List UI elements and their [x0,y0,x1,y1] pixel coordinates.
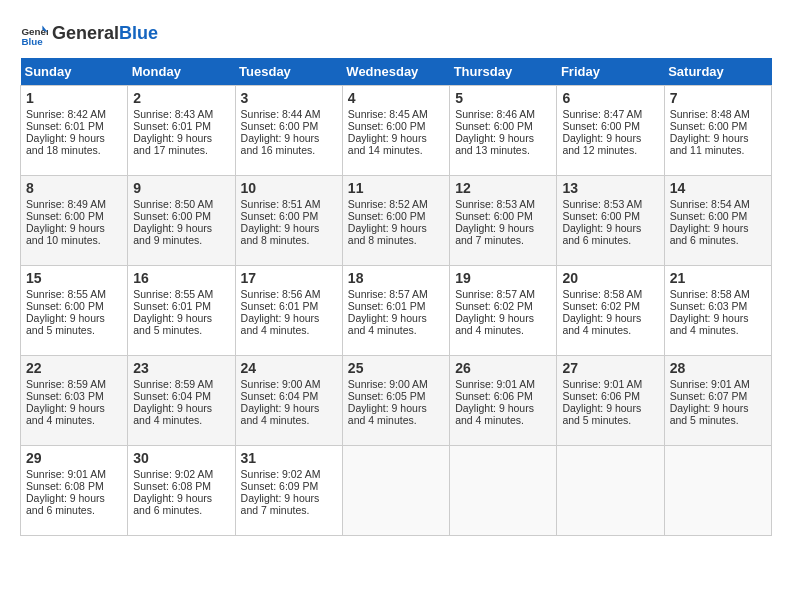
sunrise-label: Sunrise: 8:51 AM [241,198,321,210]
sunrise-label: Sunrise: 9:01 AM [455,378,535,390]
calendar-cell: 14 Sunrise: 8:54 AM Sunset: 6:00 PM Dayl… [664,176,771,266]
sunrise-label: Sunrise: 8:50 AM [133,198,213,210]
calendar-cell: 13 Sunrise: 8:53 AM Sunset: 6:00 PM Dayl… [557,176,664,266]
calendar-cell: 29 Sunrise: 9:01 AM Sunset: 6:08 PM Dayl… [21,446,128,536]
sunset-label: Sunset: 6:00 PM [455,120,533,132]
sunrise-label: Sunrise: 8:53 AM [562,198,642,210]
sunrise-label: Sunrise: 8:53 AM [455,198,535,210]
col-header-tuesday: Tuesday [235,58,342,86]
page-header: General Blue GeneralBlue [20,20,772,48]
daylight-label: Daylight: 9 hours and 4 minutes. [670,312,749,336]
daylight-label: Daylight: 9 hours and 7 minutes. [241,492,320,516]
sunset-label: Sunset: 6:00 PM [455,210,533,222]
daylight-label: Daylight: 9 hours and 4 minutes. [26,402,105,426]
day-number: 2 [133,90,229,106]
calendar-cell: 20 Sunrise: 8:58 AM Sunset: 6:02 PM Dayl… [557,266,664,356]
daylight-label: Daylight: 9 hours and 6 minutes. [670,222,749,246]
sunrise-label: Sunrise: 9:00 AM [348,378,428,390]
calendar-cell: 15 Sunrise: 8:55 AM Sunset: 6:00 PM Dayl… [21,266,128,356]
calendar-cell: 12 Sunrise: 8:53 AM Sunset: 6:00 PM Dayl… [450,176,557,266]
calendar-cell: 1 Sunrise: 8:42 AM Sunset: 6:01 PM Dayli… [21,86,128,176]
calendar-cell: 21 Sunrise: 8:58 AM Sunset: 6:03 PM Dayl… [664,266,771,356]
day-number: 6 [562,90,658,106]
day-number: 11 [348,180,444,196]
sunrise-label: Sunrise: 8:47 AM [562,108,642,120]
col-header-monday: Monday [128,58,235,86]
col-header-sunday: Sunday [21,58,128,86]
sunset-label: Sunset: 6:01 PM [241,300,319,312]
calendar-cell [450,446,557,536]
daylight-label: Daylight: 9 hours and 4 minutes. [562,312,641,336]
calendar-cell: 2 Sunrise: 8:43 AM Sunset: 6:01 PM Dayli… [128,86,235,176]
sunset-label: Sunset: 6:00 PM [670,210,748,222]
col-header-saturday: Saturday [664,58,771,86]
daylight-label: Daylight: 9 hours and 8 minutes. [348,222,427,246]
sunset-label: Sunset: 6:08 PM [26,480,104,492]
calendar-cell: 30 Sunrise: 9:02 AM Sunset: 6:08 PM Dayl… [128,446,235,536]
sunset-label: Sunset: 6:09 PM [241,480,319,492]
day-number: 21 [670,270,766,286]
day-number: 23 [133,360,229,376]
sunrise-label: Sunrise: 8:43 AM [133,108,213,120]
sunset-label: Sunset: 6:00 PM [348,120,426,132]
sunrise-label: Sunrise: 8:45 AM [348,108,428,120]
calendar-cell [342,446,449,536]
day-number: 9 [133,180,229,196]
sunset-label: Sunset: 6:00 PM [562,120,640,132]
calendar-cell: 25 Sunrise: 9:00 AM Sunset: 6:05 PM Dayl… [342,356,449,446]
sunset-label: Sunset: 6:00 PM [241,120,319,132]
sunrise-label: Sunrise: 8:52 AM [348,198,428,210]
sunset-label: Sunset: 6:06 PM [562,390,640,402]
sunrise-label: Sunrise: 8:59 AM [26,378,106,390]
daylight-label: Daylight: 9 hours and 5 minutes. [133,312,212,336]
calendar-cell [557,446,664,536]
sunset-label: Sunset: 6:07 PM [670,390,748,402]
sunset-label: Sunset: 6:01 PM [133,300,211,312]
day-number: 18 [348,270,444,286]
day-number: 5 [455,90,551,106]
calendar-cell: 5 Sunrise: 8:46 AM Sunset: 6:00 PM Dayli… [450,86,557,176]
sunrise-label: Sunrise: 8:59 AM [133,378,213,390]
sunset-label: Sunset: 6:01 PM [348,300,426,312]
day-number: 29 [26,450,122,466]
sunset-label: Sunset: 6:04 PM [133,390,211,402]
daylight-label: Daylight: 9 hours and 6 minutes. [26,492,105,516]
sunrise-label: Sunrise: 8:48 AM [670,108,750,120]
sunrise-label: Sunrise: 9:00 AM [241,378,321,390]
calendar-cell: 26 Sunrise: 9:01 AM Sunset: 6:06 PM Dayl… [450,356,557,446]
daylight-label: Daylight: 9 hours and 5 minutes. [562,402,641,426]
daylight-label: Daylight: 9 hours and 12 minutes. [562,132,641,156]
sunrise-label: Sunrise: 8:42 AM [26,108,106,120]
daylight-label: Daylight: 9 hours and 4 minutes. [455,312,534,336]
sunset-label: Sunset: 6:05 PM [348,390,426,402]
daylight-label: Daylight: 9 hours and 13 minutes. [455,132,534,156]
svg-text:Blue: Blue [21,36,43,47]
sunset-label: Sunset: 6:01 PM [133,120,211,132]
sunset-label: Sunset: 6:00 PM [26,210,104,222]
daylight-label: Daylight: 9 hours and 18 minutes. [26,132,105,156]
logo-icon: General Blue [20,20,48,48]
sunset-label: Sunset: 6:08 PM [133,480,211,492]
sunrise-label: Sunrise: 8:44 AM [241,108,321,120]
sunset-label: Sunset: 6:02 PM [455,300,533,312]
sunrise-label: Sunrise: 9:01 AM [26,468,106,480]
calendar-cell: 17 Sunrise: 8:56 AM Sunset: 6:01 PM Dayl… [235,266,342,356]
calendar-cell: 9 Sunrise: 8:50 AM Sunset: 6:00 PM Dayli… [128,176,235,266]
daylight-label: Daylight: 9 hours and 5 minutes. [26,312,105,336]
calendar-cell: 24 Sunrise: 9:00 AM Sunset: 6:04 PM Dayl… [235,356,342,446]
day-number: 16 [133,270,229,286]
day-number: 8 [26,180,122,196]
sunrise-label: Sunrise: 8:55 AM [26,288,106,300]
day-number: 19 [455,270,551,286]
daylight-label: Daylight: 9 hours and 4 minutes. [455,402,534,426]
daylight-label: Daylight: 9 hours and 14 minutes. [348,132,427,156]
calendar-cell: 22 Sunrise: 8:59 AM Sunset: 6:03 PM Dayl… [21,356,128,446]
col-header-thursday: Thursday [450,58,557,86]
day-number: 3 [241,90,337,106]
day-number: 27 [562,360,658,376]
sunrise-label: Sunrise: 8:54 AM [670,198,750,210]
logo-general: General [52,23,119,43]
day-number: 28 [670,360,766,376]
sunrise-label: Sunrise: 8:57 AM [348,288,428,300]
calendar-week-3: 15 Sunrise: 8:55 AM Sunset: 6:00 PM Dayl… [21,266,772,356]
